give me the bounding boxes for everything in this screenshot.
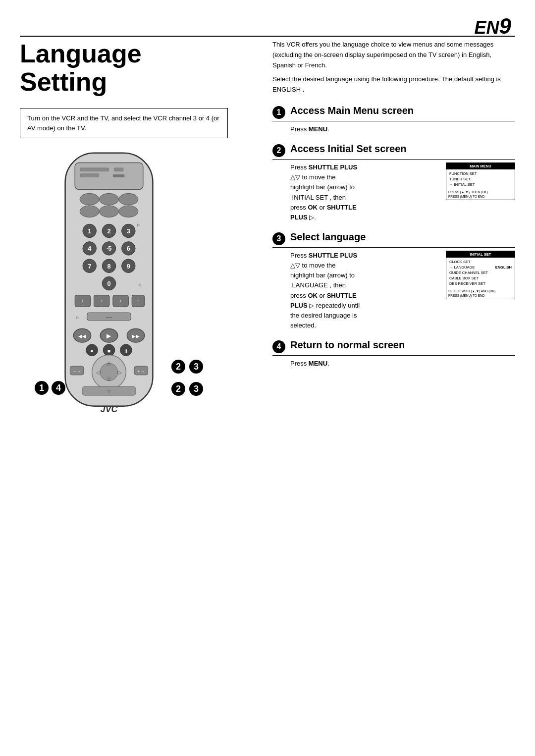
step-1: 1 Access Main Menu screen Press MENU. xyxy=(272,105,515,134)
svg-text:+ →: + → xyxy=(138,369,145,374)
step-2-screen-title: MAIN MENU xyxy=(446,163,515,169)
step-2-screen-items: FUNCTION SET TUNER SET → INITIAL SET xyxy=(446,169,515,189)
screen-item-function-set: FUNCTION SET xyxy=(449,171,512,176)
step-4-text: Press MENU. xyxy=(290,359,515,369)
svg-text:●: ● xyxy=(90,348,94,354)
svg-text:▽: ▽ xyxy=(107,390,111,394)
step-4-number: 4 xyxy=(272,340,285,353)
screen-item-cable-box: CABLE BOX SET xyxy=(449,275,512,281)
instruction-box: Turn on the VCR and the TV, and select t… xyxy=(20,108,228,138)
step-2-header: 2 Access Initial Set screen xyxy=(272,143,515,160)
step-3-text: Press SHUTTLE PLUS △▽ to move the highli… xyxy=(290,251,440,330)
remote-label-2a: 2 xyxy=(171,360,185,374)
step-2-content: Press SHUTTLE PLUS △▽ to move the highli… xyxy=(272,162,515,222)
screen-item-language: → LANGUAGEENGLISH xyxy=(449,265,512,270)
step-3: 3 Select language Press SHUTTLE PLUS △▽ … xyxy=(272,231,515,330)
step-3-header: 3 Select language xyxy=(272,231,515,248)
svg-point-11 xyxy=(119,206,138,217)
step-4-bold-menu: MENU xyxy=(309,360,327,367)
remote-label-3b: 3 xyxy=(189,382,203,396)
svg-text:7: 7 xyxy=(88,263,91,270)
step-1-title: Access Main Menu screen xyxy=(290,105,414,116)
step-3-number: 3 xyxy=(272,232,285,245)
svg-point-10 xyxy=(99,206,118,217)
svg-text:6: 6 xyxy=(127,245,130,253)
step-2-screen: MAIN MENU FUNCTION SET TUNER SET → INITI… xyxy=(446,162,515,200)
svg-text:△: △ xyxy=(107,361,111,366)
svg-text:▶: ▶ xyxy=(107,333,112,339)
step-4-title: Return to normal screen xyxy=(290,339,405,351)
remote-label-2b: 2 xyxy=(171,382,185,396)
step-3-screen: INITIAL SET CLOCK SET → LANGUAGEENGLISH … xyxy=(446,251,515,299)
svg-rect-3 xyxy=(80,173,99,177)
svg-text:▪ ▪ ▪: ▪ ▪ ▪ xyxy=(106,316,112,319)
remote-label-4: 4 xyxy=(52,381,65,395)
svg-rect-5 xyxy=(113,174,125,177)
svg-text:◁: ◁ xyxy=(96,370,100,375)
svg-text:−: − xyxy=(137,304,139,309)
svg-text:1: 1 xyxy=(88,227,91,235)
right-column: This VCR offers you the language choice … xyxy=(272,40,515,378)
step-4-header: 4 Return to normal screen xyxy=(272,339,515,356)
remote-label-group-right-bottom: 2 3 xyxy=(171,382,203,396)
remote-label-group-right-top: 2 3 xyxy=(171,360,203,374)
remote-label-1: 1 xyxy=(35,381,49,395)
svg-text:−: − xyxy=(101,304,103,309)
step-4: 4 Return to normal screen Press MENU. xyxy=(272,339,515,369)
svg-text:⏸: ⏸ xyxy=(123,348,128,354)
svg-text:·5: ·5 xyxy=(107,245,112,253)
svg-rect-4 xyxy=(114,168,124,172)
screen-item-dbs-receiver: DBS RECEIVER SET xyxy=(449,281,512,286)
step-2-screen-footer: PRESS (▲,▼), THEN (OK)PRESS (MENU) TO EN… xyxy=(446,189,515,200)
svg-text:▽: ▽ xyxy=(107,377,111,382)
intro-paragraph-1: This VCR offers you the language choice … xyxy=(272,40,515,70)
svg-text:−: − xyxy=(81,304,84,309)
remote-label-3a: 3 xyxy=(189,360,203,374)
svg-point-9 xyxy=(80,206,99,217)
svg-text:4: 4 xyxy=(88,245,92,253)
svg-point-6 xyxy=(80,194,99,206)
svg-text:2: 2 xyxy=(107,227,110,235)
svg-text:−: − xyxy=(119,304,122,309)
page-header: EN9 xyxy=(475,14,512,39)
svg-text:▶▶: ▶▶ xyxy=(132,334,140,339)
svg-text:9: 9 xyxy=(127,263,130,270)
page-number: 9 xyxy=(499,14,511,38)
step-3-screen-title: INITIAL SET xyxy=(446,251,515,258)
svg-rect-2 xyxy=(80,168,109,172)
instruction-text: Turn on the VCR and the TV, and select t… xyxy=(27,114,219,132)
svg-text:← −: ← − xyxy=(73,369,81,374)
intro-paragraph-2: Select the desired language using the fo… xyxy=(272,74,515,95)
svg-point-7 xyxy=(99,194,118,206)
svg-text:3: 3 xyxy=(127,227,130,235)
top-border xyxy=(20,36,515,37)
step-3-content: Press SHUTTLE PLUS △▽ to move the highli… xyxy=(272,251,515,330)
screen-item-tuner-set: TUNER SET xyxy=(449,176,512,182)
step-2-text: Press SHUTTLE PLUS △▽ to move the highli… xyxy=(290,162,440,222)
remote-label-group-left: 1 4 xyxy=(35,381,65,395)
step-1-content: Press MENU. xyxy=(272,124,515,134)
svg-text:JVC: JVC xyxy=(101,405,118,415)
step-1-text: Press MENU. xyxy=(290,124,515,134)
screen-item-guide-channel: GUIDE CHANNEL SET xyxy=(449,270,512,275)
step-3-screen-footer: SELECT WITH (▲,▼) AND (OK)PRESS (MENU) T… xyxy=(446,288,515,299)
step-2-number: 2 xyxy=(272,144,285,157)
page-title: Language Setting xyxy=(20,40,258,96)
screen-item-clock-set: CLOCK SET xyxy=(449,259,512,265)
step-1-bold-menu: MENU xyxy=(309,125,327,133)
left-column: Language Setting Turn on the VCR and the… xyxy=(20,40,258,426)
step-1-number: 1 xyxy=(272,106,285,119)
step-3-screen-items: CLOCK SET → LANGUAGEENGLISH GUIDE CHANNE… xyxy=(446,258,515,288)
page-label: EN xyxy=(475,17,499,38)
screen-item-initial-set: → INITIAL SET xyxy=(449,182,512,187)
svg-text:8: 8 xyxy=(107,263,110,270)
step-4-content: Press MENU. xyxy=(272,359,515,369)
remote-area: 1 2 3 ▷ 4 ·5 6 7 8 9 xyxy=(35,148,193,426)
svg-text:▷: ▷ xyxy=(118,370,122,375)
step-3-title: Select language xyxy=(290,231,366,243)
intro-text: This VCR offers you the language choice … xyxy=(272,40,515,95)
svg-text:◀◀: ◀◀ xyxy=(78,334,86,339)
svg-text:0: 0 xyxy=(107,280,110,287)
step-2: 2 Access Initial Set screen Press SHUTTL… xyxy=(272,143,515,222)
step-2-title: Access Initial Set screen xyxy=(290,143,407,155)
